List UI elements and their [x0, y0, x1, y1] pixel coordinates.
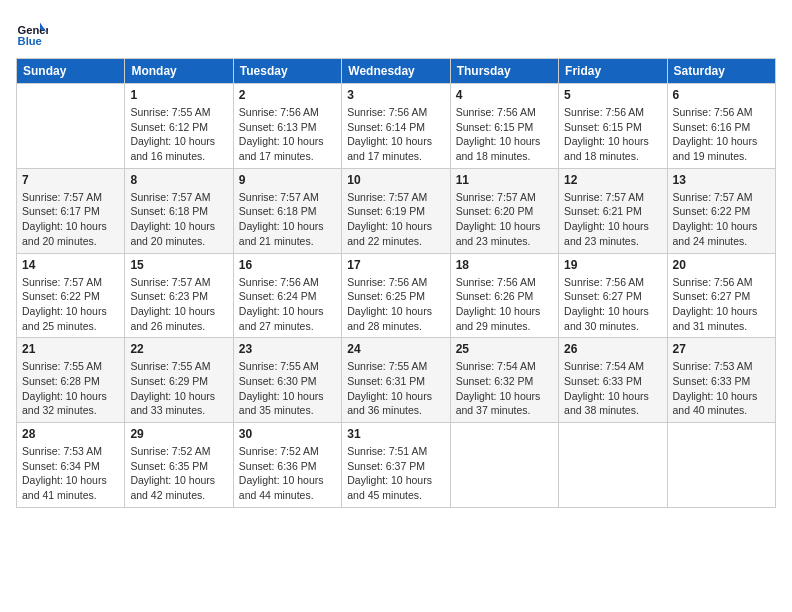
day-info: Sunrise: 7:57 AMSunset: 6:19 PMDaylight:… [347, 190, 444, 249]
calendar-cell: 16Sunrise: 7:56 AMSunset: 6:24 PMDayligh… [233, 253, 341, 338]
day-info: Sunrise: 7:56 AMSunset: 6:13 PMDaylight:… [239, 105, 336, 164]
calendar-cell: 15Sunrise: 7:57 AMSunset: 6:23 PMDayligh… [125, 253, 233, 338]
calendar-cell: 28Sunrise: 7:53 AMSunset: 6:34 PMDayligh… [17, 423, 125, 508]
calendar-cell [559, 423, 667, 508]
calendar-cell: 12Sunrise: 7:57 AMSunset: 6:21 PMDayligh… [559, 168, 667, 253]
calendar-cell: 3Sunrise: 7:56 AMSunset: 6:14 PMDaylight… [342, 84, 450, 169]
weekday-header-saturday: Saturday [667, 59, 775, 84]
day-number: 9 [239, 173, 336, 187]
calendar-cell: 9Sunrise: 7:57 AMSunset: 6:18 PMDaylight… [233, 168, 341, 253]
weekday-header-monday: Monday [125, 59, 233, 84]
day-info: Sunrise: 7:55 AMSunset: 6:31 PMDaylight:… [347, 359, 444, 418]
calendar-cell: 2Sunrise: 7:56 AMSunset: 6:13 PMDaylight… [233, 84, 341, 169]
day-info: Sunrise: 7:57 AMSunset: 6:22 PMDaylight:… [673, 190, 770, 249]
day-info: Sunrise: 7:56 AMSunset: 6:15 PMDaylight:… [456, 105, 553, 164]
calendar-cell: 24Sunrise: 7:55 AMSunset: 6:31 PMDayligh… [342, 338, 450, 423]
calendar-week-4: 21Sunrise: 7:55 AMSunset: 6:28 PMDayligh… [17, 338, 776, 423]
day-number: 21 [22, 342, 119, 356]
day-number: 16 [239, 258, 336, 272]
weekday-header-sunday: Sunday [17, 59, 125, 84]
day-number: 22 [130, 342, 227, 356]
day-number: 30 [239, 427, 336, 441]
day-info: Sunrise: 7:54 AMSunset: 6:33 PMDaylight:… [564, 359, 661, 418]
day-number: 17 [347, 258, 444, 272]
day-number: 20 [673, 258, 770, 272]
day-number: 29 [130, 427, 227, 441]
day-info: Sunrise: 7:57 AMSunset: 6:17 PMDaylight:… [22, 190, 119, 249]
calendar-week-2: 7Sunrise: 7:57 AMSunset: 6:17 PMDaylight… [17, 168, 776, 253]
day-number: 26 [564, 342, 661, 356]
calendar-cell: 22Sunrise: 7:55 AMSunset: 6:29 PMDayligh… [125, 338, 233, 423]
calendar-cell: 23Sunrise: 7:55 AMSunset: 6:30 PMDayligh… [233, 338, 341, 423]
calendar-table: SundayMondayTuesdayWednesdayThursdayFrid… [16, 58, 776, 508]
day-number: 1 [130, 88, 227, 102]
day-info: Sunrise: 7:54 AMSunset: 6:32 PMDaylight:… [456, 359, 553, 418]
calendar-cell: 21Sunrise: 7:55 AMSunset: 6:28 PMDayligh… [17, 338, 125, 423]
calendar-cell: 17Sunrise: 7:56 AMSunset: 6:25 PMDayligh… [342, 253, 450, 338]
calendar-cell: 6Sunrise: 7:56 AMSunset: 6:16 PMDaylight… [667, 84, 775, 169]
calendar-cell: 27Sunrise: 7:53 AMSunset: 6:33 PMDayligh… [667, 338, 775, 423]
day-info: Sunrise: 7:56 AMSunset: 6:15 PMDaylight:… [564, 105, 661, 164]
weekday-header-thursday: Thursday [450, 59, 558, 84]
day-number: 7 [22, 173, 119, 187]
day-info: Sunrise: 7:52 AMSunset: 6:36 PMDaylight:… [239, 444, 336, 503]
day-number: 24 [347, 342, 444, 356]
page-header: General Blue [16, 16, 776, 48]
day-info: Sunrise: 7:56 AMSunset: 6:26 PMDaylight:… [456, 275, 553, 334]
calendar-cell: 10Sunrise: 7:57 AMSunset: 6:19 PMDayligh… [342, 168, 450, 253]
day-number: 23 [239, 342, 336, 356]
day-number: 31 [347, 427, 444, 441]
day-number: 4 [456, 88, 553, 102]
day-number: 12 [564, 173, 661, 187]
day-info: Sunrise: 7:56 AMSunset: 6:14 PMDaylight:… [347, 105, 444, 164]
weekday-header-wednesday: Wednesday [342, 59, 450, 84]
day-info: Sunrise: 7:51 AMSunset: 6:37 PMDaylight:… [347, 444, 444, 503]
day-info: Sunrise: 7:57 AMSunset: 6:21 PMDaylight:… [564, 190, 661, 249]
day-info: Sunrise: 7:56 AMSunset: 6:25 PMDaylight:… [347, 275, 444, 334]
calendar-cell: 1Sunrise: 7:55 AMSunset: 6:12 PMDaylight… [125, 84, 233, 169]
weekday-header-row: SundayMondayTuesdayWednesdayThursdayFrid… [17, 59, 776, 84]
calendar-cell: 18Sunrise: 7:56 AMSunset: 6:26 PMDayligh… [450, 253, 558, 338]
calendar-cell: 26Sunrise: 7:54 AMSunset: 6:33 PMDayligh… [559, 338, 667, 423]
day-number: 6 [673, 88, 770, 102]
day-info: Sunrise: 7:57 AMSunset: 6:18 PMDaylight:… [239, 190, 336, 249]
calendar-cell: 25Sunrise: 7:54 AMSunset: 6:32 PMDayligh… [450, 338, 558, 423]
calendar-cell [17, 84, 125, 169]
day-number: 25 [456, 342, 553, 356]
day-info: Sunrise: 7:57 AMSunset: 6:22 PMDaylight:… [22, 275, 119, 334]
logo-icon: General Blue [16, 16, 48, 48]
calendar-cell [450, 423, 558, 508]
day-number: 18 [456, 258, 553, 272]
calendar-cell: 19Sunrise: 7:56 AMSunset: 6:27 PMDayligh… [559, 253, 667, 338]
day-info: Sunrise: 7:52 AMSunset: 6:35 PMDaylight:… [130, 444, 227, 503]
day-info: Sunrise: 7:57 AMSunset: 6:23 PMDaylight:… [130, 275, 227, 334]
day-info: Sunrise: 7:53 AMSunset: 6:33 PMDaylight:… [673, 359, 770, 418]
day-number: 28 [22, 427, 119, 441]
day-info: Sunrise: 7:56 AMSunset: 6:24 PMDaylight:… [239, 275, 336, 334]
day-number: 2 [239, 88, 336, 102]
calendar-cell: 11Sunrise: 7:57 AMSunset: 6:20 PMDayligh… [450, 168, 558, 253]
day-number: 19 [564, 258, 661, 272]
day-info: Sunrise: 7:57 AMSunset: 6:18 PMDaylight:… [130, 190, 227, 249]
day-info: Sunrise: 7:56 AMSunset: 6:27 PMDaylight:… [673, 275, 770, 334]
calendar-cell: 13Sunrise: 7:57 AMSunset: 6:22 PMDayligh… [667, 168, 775, 253]
day-number: 27 [673, 342, 770, 356]
calendar-cell: 4Sunrise: 7:56 AMSunset: 6:15 PMDaylight… [450, 84, 558, 169]
day-info: Sunrise: 7:55 AMSunset: 6:30 PMDaylight:… [239, 359, 336, 418]
calendar-week-3: 14Sunrise: 7:57 AMSunset: 6:22 PMDayligh… [17, 253, 776, 338]
calendar-cell: 8Sunrise: 7:57 AMSunset: 6:18 PMDaylight… [125, 168, 233, 253]
day-info: Sunrise: 7:57 AMSunset: 6:20 PMDaylight:… [456, 190, 553, 249]
weekday-header-friday: Friday [559, 59, 667, 84]
calendar-week-5: 28Sunrise: 7:53 AMSunset: 6:34 PMDayligh… [17, 423, 776, 508]
calendar-cell: 20Sunrise: 7:56 AMSunset: 6:27 PMDayligh… [667, 253, 775, 338]
calendar-cell [667, 423, 775, 508]
day-number: 13 [673, 173, 770, 187]
day-number: 8 [130, 173, 227, 187]
calendar-cell: 5Sunrise: 7:56 AMSunset: 6:15 PMDaylight… [559, 84, 667, 169]
weekday-header-tuesday: Tuesday [233, 59, 341, 84]
day-info: Sunrise: 7:55 AMSunset: 6:29 PMDaylight:… [130, 359, 227, 418]
calendar-cell: 30Sunrise: 7:52 AMSunset: 6:36 PMDayligh… [233, 423, 341, 508]
calendar-cell: 31Sunrise: 7:51 AMSunset: 6:37 PMDayligh… [342, 423, 450, 508]
day-number: 5 [564, 88, 661, 102]
day-number: 11 [456, 173, 553, 187]
